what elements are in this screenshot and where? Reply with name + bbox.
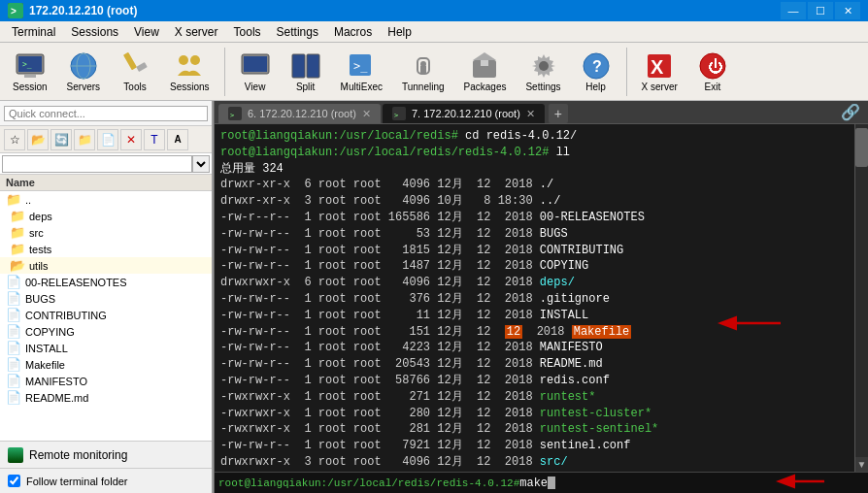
toolbar-split-button[interactable]: Split [284,48,328,95]
list-item-makefile[interactable]: 📄 Makefile [0,356,212,373]
tab6-label: 6. 172.20.12.210 (root) [248,108,356,119]
settings-label: Settings [525,82,560,92]
file-list: 📁 .. 📁 deps 📁 src 📁 tests 📂 utils 📄 [0,191,212,441]
up-folder-button[interactable]: 📂 [27,129,49,150]
menu-terminal[interactable]: Terminal [4,23,63,41]
text-mode-button[interactable]: A [167,129,188,150]
quick-connect-input[interactable] [4,106,208,121]
file-icon: 📄 [6,324,21,339]
left-panel: ☆ 📂 🔄 📁 📄 ✕ T A /usr/local/redis/redis-4… [0,101,214,493]
terminal-prompt: root@liangqiakun:/usr/local/redis/redis-… [218,477,519,489]
menu-view[interactable]: View [126,23,167,41]
tab7-close[interactable]: ✕ [526,108,535,120]
tools-label: Tools [123,82,146,92]
file-toolbar: ☆ 📂 🔄 📁 📄 ✕ T A [0,126,212,153]
terminal-detach-button[interactable]: 🔗 [837,101,864,123]
multiexec-icon: >_ [346,50,377,82]
svg-rect-10 [136,62,148,72]
list-item[interactable]: 📁 deps [0,208,212,224]
terminal-content[interactable]: root@liangqiakun:/usr/local/redis# cd re… [215,124,854,472]
file-icon: 📄 [6,357,21,372]
terminal-tab-7[interactable]: > 7. 172.20.12.210 (root) ✕ [383,104,545,123]
term-line: -rw-rw-r-- 1 root root 58766 12月 12 2018… [220,373,849,389]
toolbar-session-button[interactable]: >_ Session [6,48,54,95]
terminal-scrollbar[interactable]: ▼ [854,124,868,472]
term-line: drwxrwxr-x 6 root root 4096 12月 12 2018 … [220,275,849,291]
list-item[interactable]: 📄 CONTRIBUTING [0,307,212,323]
servers-label: Servers [67,82,100,92]
svg-rect-20 [420,66,426,74]
path-input[interactable]: /usr/local/redis/redis-4.0.12/ [2,155,192,173]
list-item[interactable]: 📁 src [0,224,212,241]
new-folder-button[interactable]: 📁 [74,129,95,150]
list-item-utils[interactable]: 📂 utils [0,257,212,274]
svg-rect-24 [481,60,488,66]
follow-folder-label[interactable]: Follow terminal folder [26,476,128,487]
view-icon [240,50,271,82]
add-tab-button[interactable]: + [549,104,568,123]
packages-icon [469,50,500,82]
list-item[interactable]: 📁 tests [0,241,212,257]
file-icon: 📄 [6,341,21,355]
scroll-thumb[interactable] [855,128,868,167]
svg-text:>: > [394,112,398,119]
toolbar-xserver-button[interactable]: X X server [635,48,684,95]
follow-folder-checkbox[interactable] [8,475,20,487]
title-bar: > 172.20.12.210 (root) — ☐ ✕ [0,0,868,21]
svg-rect-15 [292,54,305,78]
settings-icon [528,50,559,82]
toolbar-help-button[interactable]: ? Help [574,48,618,95]
scroll-down-button[interactable]: ▼ [855,457,868,472]
list-item[interactable]: 📄 BUGS [0,290,212,307]
toolbar-servers-button[interactable]: Servers [60,48,107,95]
toolbar-tunneling-button[interactable]: Tunneling [395,48,451,95]
list-item[interactable]: 📄 README.md [0,389,212,406]
toolbar-view-button[interactable]: View [233,48,278,95]
list-item[interactable]: 📄 COPYING [0,323,212,340]
quick-connect-bar [0,101,212,126]
menu-settings[interactable]: Settings [269,23,326,41]
menu-sessions[interactable]: Sessions [63,23,126,41]
close-button[interactable]: ✕ [835,2,860,19]
minimize-button[interactable]: — [781,2,806,19]
list-item[interactable]: 📄 00-RELEASENOTES [0,274,212,290]
exit-label: Exit [704,82,720,92]
terminal-button[interactable]: T [144,129,165,150]
maximize-button[interactable]: ☐ [808,2,833,19]
menu-macros[interactable]: Macros [326,23,380,41]
refresh-button[interactable]: 🔄 [50,129,72,150]
svg-text:>_: >_ [353,59,368,73]
terminal-cursor [548,477,555,489]
term-line: drwxrwxr-x 3 root root 4096 12月 12 2018 … [220,454,849,471]
toolbar-packages-button[interactable]: Packages [457,48,514,95]
tab7-label: 7. 172.20.12.210 (root) [412,108,520,119]
terminal-tab-6[interactable]: > 6. 172.20.12.210 (root) ✕ [218,104,381,123]
list-item[interactable]: 📁 .. [0,191,212,208]
bookmark-button[interactable]: ☆ [4,129,25,150]
delete-button[interactable]: ✕ [120,129,142,150]
sessions2-label: Sessions [170,82,210,92]
path-dropdown[interactable]: ▼ [192,155,210,173]
svg-text:?: ? [592,58,602,75]
menu-help[interactable]: Help [380,23,419,41]
toolbar-sessions2-button[interactable]: Sessions [163,48,217,95]
svg-rect-14 [244,56,267,72]
list-item[interactable]: 📄 INSTALL [0,340,212,356]
list-item[interactable]: 📄 MANIFESTO [0,373,212,389]
menu-xserver[interactable]: X server [167,23,226,41]
svg-point-12 [190,55,200,65]
svg-rect-16 [307,54,319,78]
toolbar-settings-button[interactable]: Settings [518,48,567,95]
split-icon [290,50,321,82]
svg-point-21 [420,61,426,67]
toolbar-exit-button[interactable]: ⏻ Exit [690,48,735,95]
tab6-close[interactable]: ✕ [362,108,371,120]
toolbar-tools-button[interactable]: Tools [113,48,157,95]
remote-monitor-button[interactable]: Remote monitoring [0,441,212,468]
menu-tools[interactable]: Tools [226,23,269,41]
term-line: -rw-rw-r-- 1 root root 1487 12月 12 2018 … [220,258,849,275]
toolbar-multiexec-button[interactable]: >_ MultiExec [334,48,389,95]
new-file-button[interactable]: 📄 [97,129,118,150]
term-line: -rw-rw-r-- 1 root root 376 12月 12 2018 .… [220,291,849,308]
terminal-input-bar[interactable]: root@liangqiakun:/usr/local/redis/redis-… [215,472,868,493]
